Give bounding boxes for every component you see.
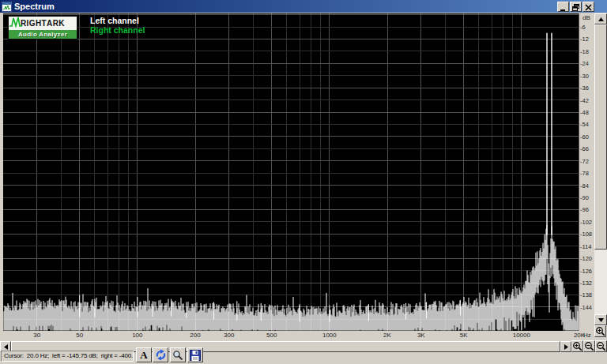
y-axis-label: -114 <box>580 243 594 250</box>
status-bar: Cursor: 20.0 Hz; left = -145.75 dB; righ… <box>1 351 134 362</box>
y-axis-label: -60 <box>580 133 594 141</box>
spectrum-window: Spectrum RIGHT ARK <box>0 0 607 364</box>
rightmark-logo: RIGHT ARK Audio Analyzer <box>8 16 77 39</box>
y-axis-label: -90 <box>580 194 594 201</box>
y-axis-label: -108 <box>580 231 594 238</box>
legend-left-channel: Left channel <box>90 16 145 25</box>
grid <box>3 13 579 331</box>
y-axis-label: -48 <box>580 109 594 116</box>
y-axis-label: -12 <box>580 36 594 43</box>
x-axis-label: 500 <box>261 332 283 339</box>
y-axis-label: -6 <box>580 24 594 31</box>
window-title: Spectrum <box>14 1 55 12</box>
x-axis-label: 10000 <box>511 332 533 339</box>
vertical-scroll-thumb[interactable] <box>594 24 607 250</box>
cursor-readout: Cursor: 20.0 Hz; left = -145.75 dB; righ… <box>2 351 133 361</box>
y-axis-unit: dB <box>582 14 590 21</box>
x-axis-label: 200 <box>184 332 206 339</box>
y-axis-label: -78 <box>580 170 594 177</box>
zoom-horizontal-out-button[interactable] <box>583 340 595 352</box>
x-axis-label: 100 <box>126 332 149 339</box>
refresh-icon <box>155 349 167 361</box>
y-axis-label: -126 <box>580 268 594 275</box>
y-axis-label: -42 <box>580 97 594 104</box>
x-axis-label: 2K <box>376 332 398 339</box>
save-button[interactable] <box>187 347 203 362</box>
y-axis-label: -132 <box>580 280 594 287</box>
zoom-horizontal-in-button[interactable] <box>571 340 583 352</box>
left-channel-noise-trace <box>4 225 579 331</box>
scroll-down-button[interactable] <box>594 314 607 325</box>
y-axis-label: -102 <box>580 219 594 226</box>
scroll-up-button[interactable] <box>594 13 607 24</box>
magnifier-minus-icon <box>596 341 606 351</box>
x-axis-label: 50 <box>69 332 91 339</box>
y-axis-label: -30 <box>580 73 594 80</box>
spectrum-plot[interactable]: RIGHT ARK Audio Analyzer Left channel Ri… <box>3 13 579 331</box>
titlebar[interactable]: Spectrum <box>0 0 607 13</box>
y-axis-label: -144 <box>580 304 594 311</box>
magnifier-icon <box>172 350 183 361</box>
y-axis-label: -54 <box>580 121 594 128</box>
x-axis: 305010020030050010002K3K5K1000020K Hz <box>0 331 607 341</box>
legend: Left channel Right channel <box>90 16 145 35</box>
magnifier-plus-icon <box>572 341 582 351</box>
y-axis-label: -72 <box>580 158 594 165</box>
legend-right-channel: Right channel <box>90 25 145 35</box>
y-axis-label: -24 <box>580 60 594 67</box>
x-axis-label: 1000 <box>319 332 341 339</box>
magnifier-tool-button[interactable] <box>170 347 186 362</box>
x-axis-label: 5K <box>453 332 475 339</box>
zoom-vertical-out-button[interactable] <box>595 340 607 352</box>
close-button[interactable] <box>582 2 594 12</box>
y-axis-label: -18 <box>580 48 594 55</box>
y-axis: dB -6-12-18-24-30-36-42-48-54-60-66-72-7… <box>579 13 594 331</box>
scroll-right-button[interactable] <box>560 341 571 352</box>
save-icon <box>190 350 201 361</box>
logo-word-right: ARK <box>47 19 65 28</box>
y-axis-label: -120 <box>580 255 594 262</box>
y-axis-label: -36 <box>580 84 594 92</box>
font-icon: A <box>140 349 147 361</box>
vertical-scrollbar[interactable] <box>594 13 607 325</box>
font-button[interactable]: A <box>136 347 152 362</box>
x-axis-unit: Hz <box>583 332 591 339</box>
minimize-button[interactable] <box>557 2 569 12</box>
x-axis-label: 300 <box>218 332 240 339</box>
waveform-icon <box>9 17 22 28</box>
logo-subtitle: Audio Analyzer <box>9 30 77 39</box>
y-axis-label: -138 <box>580 291 594 298</box>
logo-word-left: RIGHT <box>21 19 47 28</box>
refresh-button[interactable] <box>153 347 168 362</box>
magnifier-plus-icon <box>595 326 605 336</box>
app-icon <box>2 1 12 11</box>
zoom-vertical-in-button[interactable] <box>594 325 606 337</box>
y-axis-label: -66 <box>580 145 594 152</box>
magnifier-minus-icon <box>584 341 594 351</box>
restore-button[interactable] <box>570 2 582 12</box>
x-axis-label: 30 <box>26 332 48 339</box>
y-axis-label: -96 <box>580 206 594 213</box>
y-axis-label: -84 <box>580 182 594 190</box>
x-axis-label: 3K <box>410 332 432 339</box>
